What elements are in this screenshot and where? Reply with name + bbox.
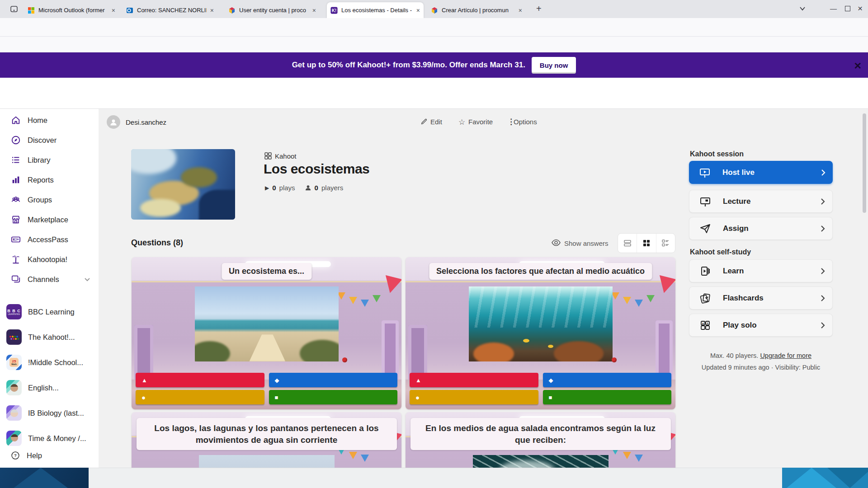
window-close-icon[interactable]: × — [858, 4, 863, 14]
chevron-right-icon — [821, 225, 825, 232]
options-button[interactable]: Options — [514, 118, 537, 126]
tab-close-icon[interactable]: × — [416, 7, 420, 14]
channel-label: !Middle School... — [28, 358, 83, 367]
channel-avatar: B B CLEARNING — [6, 304, 22, 319]
answer-yellow: ● — [136, 390, 264, 404]
creator-username[interactable]: Desi.sanchez — [126, 118, 166, 126]
sidebar-item-groups[interactable]: Groups — [0, 190, 99, 210]
sidebar-label: Marketplace — [28, 216, 68, 224]
sidebar-item-accesspass[interactable]: K!+ AccessPass — [0, 230, 99, 249]
tab-outlook-app[interactable]: Microsoft Outlook (former × — [24, 2, 119, 18]
page-body: Home Discover Library Reports Groups Mar… — [0, 109, 868, 468]
sidebar-label: AccessPass — [28, 235, 68, 244]
bunting-flag — [382, 275, 401, 295]
tab-list-chevron-icon[interactable] — [799, 6, 806, 11]
sidebar-item-channels[interactable]: Channels — [0, 269, 99, 289]
channel-bbc-learning[interactable]: B B CLEARNING BBC Learning — [0, 299, 99, 324]
upgrade-for-more-link[interactable]: Upgrade for more — [760, 352, 811, 359]
svg-text:K!+: K!+ — [13, 238, 19, 242]
bunting-flag — [635, 455, 643, 462]
learn-button[interactable]: Learn — [689, 259, 833, 282]
chevron-down-icon — [84, 277, 90, 282]
view-rows-icon[interactable] — [618, 234, 637, 253]
channel-label: BBC Learning — [28, 308, 75, 316]
tab-close-icon[interactable]: × — [112, 7, 115, 14]
bunting-flag — [623, 452, 631, 459]
lecture-label: Lecture — [723, 197, 750, 206]
fish — [523, 339, 529, 343]
sidebar-item-discover[interactable]: Discover — [0, 130, 99, 150]
microsoft-icon — [28, 7, 35, 14]
buy-now-button[interactable]: Buy now — [532, 57, 576, 74]
channel-ib-biology[interactable]: IB Biology (last... — [0, 400, 99, 426]
channel-label: The Kahoot!... — [28, 333, 75, 342]
view-toggle-group — [618, 233, 675, 253]
flashcards-button[interactable]: Flashcards — [689, 286, 833, 310]
question-image-beach — [195, 286, 339, 361]
sidebar-item-marketplace[interactable]: Marketplace — [0, 210, 99, 230]
show-answers-eye-icon[interactable] — [552, 239, 561, 246]
players-label: players — [321, 184, 343, 192]
page-scrollbar[interactable] — [863, 113, 866, 213]
flashcards-label: Flashcards — [723, 294, 764, 303]
question-card-2[interactable]: Selecciona los factores que afectan al m… — [406, 257, 675, 409]
favorite-star-icon[interactable]: ☆ — [458, 117, 465, 127]
tab-procomun-crear[interactable]: Crear Artículo | procomun × — [427, 2, 526, 18]
sidebar-item-library[interactable]: Library — [0, 150, 99, 170]
tab-procomun-user[interactable]: User entity cuenta | proco × — [225, 2, 320, 18]
shallow-water — [131, 149, 176, 174]
channel-english[interactable]: English... — [0, 375, 99, 400]
assign-label: Assign — [723, 224, 749, 233]
view-list-detail-icon[interactable] — [656, 234, 675, 253]
sidebar-item-kahootopia[interactable]: Kahootopia! — [0, 249, 99, 269]
updated-line: Updated 9 minutes ago · Visibility: Publ… — [689, 364, 833, 371]
tab-close-icon[interactable]: × — [312, 7, 316, 14]
marsh-patch — [181, 167, 217, 188]
tab-close-icon[interactable]: × — [210, 7, 214, 14]
channel-label: Time & Money /... — [28, 434, 86, 443]
quiz-cover-image[interactable] — [131, 149, 235, 220]
question-card-1[interactable]: Un ecosistema es... ▲ ◆ ● ■ — [132, 257, 401, 409]
banner-close-icon[interactable]: ✕ — [854, 61, 862, 71]
channel-avatar — [6, 329, 22, 345]
edit-pencil-icon[interactable] — [420, 118, 428, 125]
player-icon — [305, 184, 311, 191]
light-rays — [469, 286, 613, 328]
firefox-view-icon[interactable] — [10, 5, 18, 13]
tab-correo[interactable]: Correo: SANCHEZ NORLIN × — [123, 2, 217, 18]
window-minimize-icon[interactable]: — — [830, 5, 837, 12]
host-live-label: Host live — [722, 168, 755, 177]
bunting-flag — [623, 297, 631, 304]
sidebar-item-reports[interactable]: Reports — [0, 170, 99, 190]
answer-red: ▲ — [136, 373, 264, 387]
play-solo-icon: ▲+ — [699, 319, 711, 331]
lecture-button[interactable]: Lecture — [689, 190, 833, 213]
play-solo-button[interactable]: ▲+ Play solo — [689, 314, 833, 337]
channel-the-kahoot[interactable]: The Kahoot!... — [0, 324, 99, 350]
lecture-icon — [699, 196, 711, 207]
host-live-button[interactable]: Host live — [689, 161, 833, 184]
sidebar-item-home[interactable]: Home — [0, 110, 99, 130]
edit-button[interactable]: Edit — [430, 118, 442, 126]
new-tab-icon[interactable]: + — [536, 4, 542, 14]
svg-text:?: ? — [14, 453, 17, 458]
view-grid-icon[interactable] — [637, 234, 656, 253]
tab-close-icon[interactable]: × — [519, 7, 522, 14]
triangle-icon: ▲ — [415, 377, 421, 384]
assign-button[interactable]: Assign — [689, 217, 833, 240]
show-answers-label[interactable]: Show answers — [564, 239, 609, 247]
sidebar-label: Library — [28, 156, 50, 164]
channels-icon — [11, 274, 21, 284]
channel-middle-school[interactable]: 25Math !Middle School... — [0, 350, 99, 375]
promo-banner: Get up to 50% off Kahoot!+ from $3.99/mo… — [0, 52, 868, 78]
marsh-patch — [140, 199, 181, 217]
people-icon — [11, 195, 21, 205]
favorite-button[interactable]: Favorite — [468, 118, 493, 126]
window-maximize-icon[interactable] — [845, 6, 850, 11]
coral — [554, 341, 604, 361]
svg-text:+: + — [707, 321, 708, 324]
sidebar-item-help[interactable]: ? Help — [0, 446, 99, 465]
bunting-flag — [361, 300, 369, 307]
sidebar-label: Home — [28, 116, 47, 125]
tab-kahoot-details[interactable]: K! Los ecosistemas - Details - × — [327, 2, 424, 18]
